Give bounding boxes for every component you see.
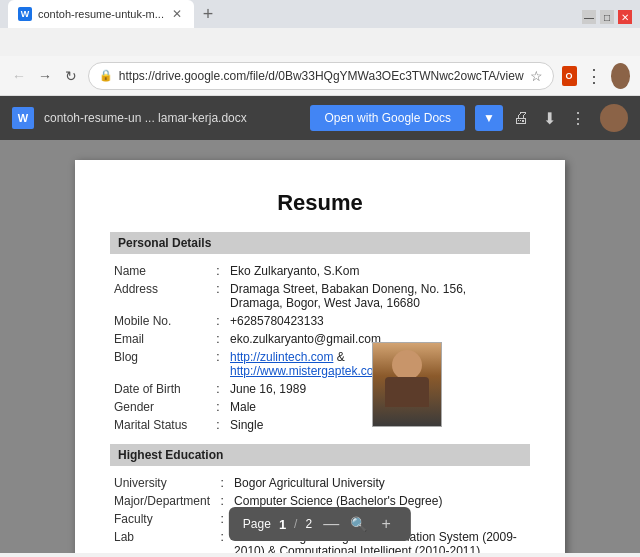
table-row: Gender : Male <box>110 398 530 416</box>
blog-label: Blog <box>110 348 210 380</box>
address-bar: ← → ↻ 🔒 https://drive.google.com/file/d/… <box>0 56 640 96</box>
new-tab-button[interactable]: + <box>194 0 222 28</box>
blog-link-1[interactable]: http://zulintech.com <box>230 350 333 364</box>
address-label: Address <box>110 280 210 312</box>
table-row: Blog : http://zulintech.com & http://www… <box>110 348 530 380</box>
print-icon[interactable]: 🖨 <box>513 109 529 127</box>
dob-label: Date of Birth <box>110 380 210 398</box>
bookmark-icon[interactable]: ☆ <box>530 68 543 84</box>
personal-details-table: Name : Eko Zulkaryanto, S.Kom Address : … <box>110 262 530 434</box>
open-with-google-docs-button[interactable]: Open with Google Docs <box>310 105 465 131</box>
close-button[interactable]: ✕ <box>618 10 632 24</box>
gender-label: Gender <box>110 398 210 416</box>
zoom-out-button[interactable]: — <box>320 513 342 535</box>
photo-placeholder <box>373 342 441 427</box>
table-row: Date of Birth : June 16, 1989 <box>110 380 530 398</box>
page-navigation-bar: Page 1 / 2 — 🔍 + <box>229 507 411 541</box>
page-separator: / <box>294 517 297 531</box>
zoom-icon[interactable]: 🔍 <box>350 516 367 532</box>
resume-title: Resume <box>110 190 530 216</box>
table-row: Address : Dramaga Street, Babakan Doneng… <box>110 280 530 312</box>
name-value: Eko Zulkaryanto, S.Kom <box>226 262 530 280</box>
open-with-dropdown-button[interactable]: ▼ <box>475 105 503 131</box>
table-row: Marital Status : Single <box>110 416 530 434</box>
forward-button[interactable]: → <box>36 64 54 88</box>
maximize-button[interactable]: □ <box>600 10 614 24</box>
table-row: Name : Eko Zulkaryanto, S.Kom <box>110 262 530 280</box>
faculty-label: Faculty <box>110 510 214 528</box>
personal-details-header: Personal Details <box>110 232 530 254</box>
address-value: Dramaga Street, Babakan Doneng, No. 156,… <box>226 280 530 312</box>
minimize-button[interactable]: — <box>582 10 596 24</box>
title-bar: W contoh-resume-untuk-m... ✕ + — □ ✕ <box>0 0 640 28</box>
document-viewer: Resume Personal Details Name : Eko Zulka… <box>0 140 640 553</box>
total-pages: 2 <box>305 517 312 531</box>
secure-icon: 🔒 <box>99 69 113 82</box>
doc-toolbar: W contoh-resume-un ... lamar-kerja.docx … <box>0 96 640 140</box>
browser-menu-button[interactable]: ⋮ <box>585 64 603 88</box>
tab-favicon: W <box>18 7 32 21</box>
url-bar[interactable]: 🔒 https://drive.google.com/file/d/0Bw33H… <box>88 62 554 90</box>
document-page: Resume Personal Details Name : Eko Zulka… <box>75 160 565 553</box>
office-icon: O <box>562 66 577 86</box>
table-row: University : Bogor Agricultural Universi… <box>110 474 530 492</box>
zoom-in-button[interactable]: + <box>375 513 397 535</box>
toolbar-icons: 🖨 ⬇ ⋮ <box>513 104 628 132</box>
doc-filename: contoh-resume-un ... lamar-kerja.docx <box>44 111 300 125</box>
more-options-icon[interactable]: ⋮ <box>570 109 586 128</box>
blog-link-2[interactable]: http://www.mistergaptek.com <box>230 364 383 378</box>
url-text: https://drive.google.com/file/d/0Bw33HQg… <box>119 69 524 83</box>
name-label: Name <box>110 262 210 280</box>
highest-education-header: Highest Education <box>110 444 530 466</box>
doc-logo: W <box>12 107 34 129</box>
table-row: Email : eko.zulkaryanto@gmail.com <box>110 330 530 348</box>
tab-close-button[interactable]: ✕ <box>170 5 184 23</box>
marital-label: Marital Status <box>110 416 210 434</box>
profile-photo <box>372 342 442 427</box>
table-row: Mobile No. : +6285780423133 <box>110 312 530 330</box>
email-label: Email <box>110 330 210 348</box>
lab-label: Lab <box>110 528 214 553</box>
major-label: Major/Department <box>110 492 214 510</box>
download-icon[interactable]: ⬇ <box>543 109 556 128</box>
back-button[interactable]: ← <box>10 64 28 88</box>
university-label: University <box>110 474 214 492</box>
mobile-label: Mobile No. <box>110 312 210 330</box>
refresh-button[interactable]: ↻ <box>62 64 80 88</box>
mobile-value: +6285780423133 <box>226 312 530 330</box>
university-value: Bogor Agricultural University <box>230 474 530 492</box>
user-avatar[interactable] <box>611 63 630 89</box>
current-page: 1 <box>279 517 286 532</box>
toolbar-user-avatar[interactable] <box>600 104 628 132</box>
tab-title: contoh-resume-untuk-m... <box>38 8 164 20</box>
page-label: Page <box>243 517 271 531</box>
browser-tab[interactable]: W contoh-resume-untuk-m... ✕ <box>8 0 194 28</box>
